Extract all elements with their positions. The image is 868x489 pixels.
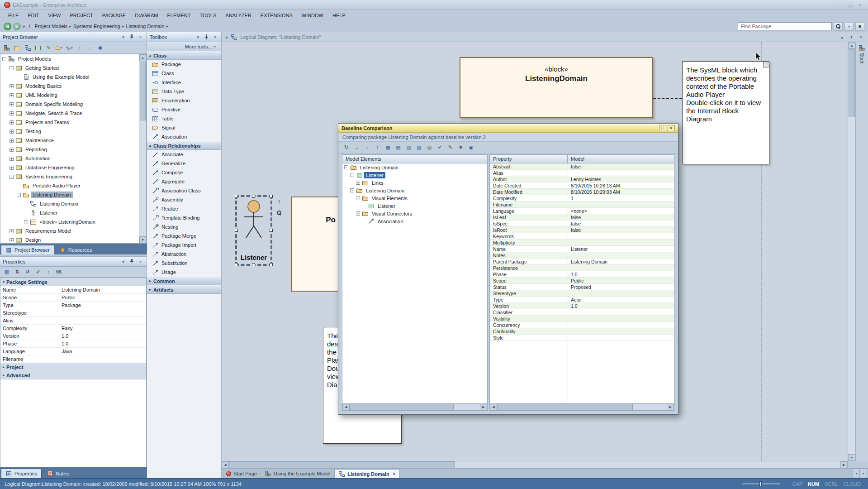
- expander-minus[interactable]: -: [356, 196, 360, 200]
- expander-plus[interactable]: +: [9, 148, 14, 152]
- property-row[interactable]: Version1.0: [0, 332, 146, 340]
- document-tab-using-the-example-model[interactable]: Using the Example Model: [261, 469, 334, 478]
- tree-item[interactable]: -Listening Domain: [342, 187, 487, 194]
- portable-audio-player-block[interactable]: Po: [291, 197, 339, 292]
- move-up-button[interactable]: ↑: [75, 43, 84, 52]
- comparison-row[interactable]: Version1.0: [490, 303, 674, 309]
- comparison-row[interactable]: Classifier: [490, 309, 674, 316]
- comparison-row[interactable]: Stereotype: [490, 290, 674, 297]
- canvas-horizontal-scrollbar[interactable]: ◀ ▶: [222, 461, 848, 468]
- toolbox-item-association-class[interactable]: Association Class: [147, 186, 221, 195]
- canvas-vertical-scrollbar[interactable]: ▲ ▼: [848, 42, 855, 461]
- comparison-row[interactable]: StatusProposed: [490, 284, 674, 290]
- expander-plus[interactable]: +: [9, 93, 14, 97]
- tree-item[interactable]: +«block» ListeningDomain: [0, 217, 146, 226]
- expander-plus[interactable]: +: [9, 157, 14, 161]
- close-button[interactable]: ×: [859, 2, 862, 8]
- expander-plus[interactable]: +: [9, 120, 14, 125]
- toolbox-item-associate[interactable]: Associate: [147, 150, 221, 159]
- property-group-advanced[interactable]: ▸Advanced: [0, 371, 146, 379]
- tab-project-browser[interactable]: Project Browser: [1, 245, 54, 254]
- actor-figure[interactable]: [241, 199, 267, 244]
- property-value[interactable]: 1.0: [58, 332, 146, 340]
- property-value[interactable]: [58, 309, 146, 316]
- maximize-button[interactable]: □: [659, 125, 666, 131]
- refresh-button[interactable]: ↻: [342, 143, 351, 152]
- expander-minus[interactable]: -: [356, 211, 360, 216]
- edit-notes-button[interactable]: ✎: [44, 43, 53, 52]
- menu-help[interactable]: HELP: [328, 11, 350, 20]
- panel-menu-button[interactable]: ▾: [194, 34, 201, 40]
- revert-button[interactable]: ▥: [404, 143, 413, 152]
- scroll-down-icon[interactable]: ▾: [848, 34, 855, 40]
- property-row[interactable]: LanguageJava: [0, 348, 146, 355]
- breadcrumb-item[interactable]: Project Models: [33, 24, 69, 29]
- property-row[interactable]: ComplexityEasy: [0, 325, 146, 332]
- tree-item[interactable]: Listener: [0, 208, 146, 217]
- expander-plus[interactable]: +: [356, 181, 360, 185]
- tab-scroll-left-icon[interactable]: ◂: [853, 469, 860, 478]
- expander-plus[interactable]: +: [9, 229, 14, 233]
- comparison-row[interactable]: IsLeaffalse: [490, 214, 674, 221]
- scroll-left-icon[interactable]: ◀: [490, 404, 497, 410]
- menu-window[interactable]: WINDOW: [297, 11, 328, 20]
- scroll-down-icon[interactable]: ▼: [848, 454, 855, 461]
- property-row[interactable]: Filename: [0, 355, 146, 363]
- tree-item[interactable]: +Links: [342, 179, 487, 187]
- comparison-row[interactable]: Parent PackageListening Domain: [490, 259, 674, 265]
- listening-domain-block[interactable]: «block» ListeningDomain: [460, 57, 653, 118]
- tree-item[interactable]: -Listener: [342, 171, 487, 179]
- close-button[interactable]: ×: [137, 34, 144, 40]
- expander-minus[interactable]: -: [350, 173, 354, 177]
- tree-item[interactable]: Association: [342, 217, 487, 225]
- diagram-list-button[interactable]: ▾: [65, 43, 74, 52]
- breadcrumb-item[interactable]: Listening Domain: [124, 24, 166, 29]
- selection-handle[interactable]: [235, 195, 238, 198]
- selection-handle[interactable]: [252, 195, 255, 198]
- panel-menu-button[interactable]: ▾: [120, 259, 127, 265]
- document-tab-start-page[interactable]: Start Page: [223, 469, 261, 478]
- toolbox-item-generalize[interactable]: Generalize: [147, 159, 221, 168]
- selection-handle[interactable]: [235, 263, 238, 266]
- toolbox-section-class[interactable]: ▴Class: [147, 51, 221, 60]
- scroll-left-icon[interactable]: ◀: [342, 404, 350, 410]
- toolbox-item-table[interactable]: Table: [147, 114, 221, 123]
- property-row[interactable]: TypePackage: [0, 302, 146, 309]
- maximize-button[interactable]: □: [849, 2, 852, 8]
- pin-button[interactable]: [203, 34, 210, 40]
- properties-grid[interactable]: ▾Package SettingsNameListening DomainSco…: [0, 278, 147, 467]
- menu-diagram[interactable]: DIAGRAM: [130, 11, 162, 20]
- merge-all-button[interactable]: ▧: [414, 143, 424, 152]
- tree-item[interactable]: +Automation: [0, 154, 146, 163]
- tree-item[interactable]: Listener: [342, 202, 487, 210]
- selection-handle[interactable]: [270, 195, 273, 198]
- tree-item[interactable]: +Testing: [0, 127, 146, 136]
- property-value[interactable]: Public: [58, 294, 146, 301]
- property-value[interactable]: Java: [58, 348, 146, 355]
- options-button[interactable]: ◉: [466, 143, 476, 152]
- scroll-up-icon[interactable]: ▴: [839, 34, 845, 40]
- scroll-right-icon[interactable]: ▶: [480, 404, 487, 410]
- zoom-slider[interactable]: [742, 483, 780, 484]
- menu-file[interactable]: FILE: [4, 11, 23, 20]
- pin-button[interactable]: [128, 34, 135, 40]
- apply-button[interactable]: ✔: [33, 268, 43, 276]
- comparison-row[interactable]: IsRootfalse: [490, 227, 674, 233]
- minimize-button[interactable]: ─: [838, 2, 841, 8]
- toolbox-item-template-binding[interactable]: Template Binding: [147, 213, 221, 222]
- property-value[interactable]: [58, 317, 146, 324]
- comparison-row[interactable]: Abstractfalse: [490, 163, 674, 170]
- comparison-row[interactable]: Concurrency: [490, 322, 674, 328]
- menu-button[interactable]: ≡: [855, 22, 864, 31]
- property-group-package-settings[interactable]: ▾Package Settings: [0, 278, 146, 286]
- toolbox-item-abstraction[interactable]: Abstraction: [147, 249, 221, 259]
- comparison-row[interactable]: NameListener: [490, 246, 674, 252]
- tree-item[interactable]: Using the Example Model: [0, 72, 146, 82]
- sysml-note[interactable]: The SysML block which describes the oper…: [682, 61, 769, 164]
- menu-extensions[interactable]: EXTENSIONS: [256, 11, 297, 20]
- comparison-row[interactable]: Complexity1: [490, 195, 674, 201]
- tree-item[interactable]: -Listening Domain: [0, 190, 146, 199]
- next-change-button[interactable]: ↓: [362, 143, 372, 152]
- toolbox-item-package-import[interactable]: Package Import: [147, 240, 221, 249]
- collapse-left-icon[interactable]: «: [225, 34, 228, 40]
